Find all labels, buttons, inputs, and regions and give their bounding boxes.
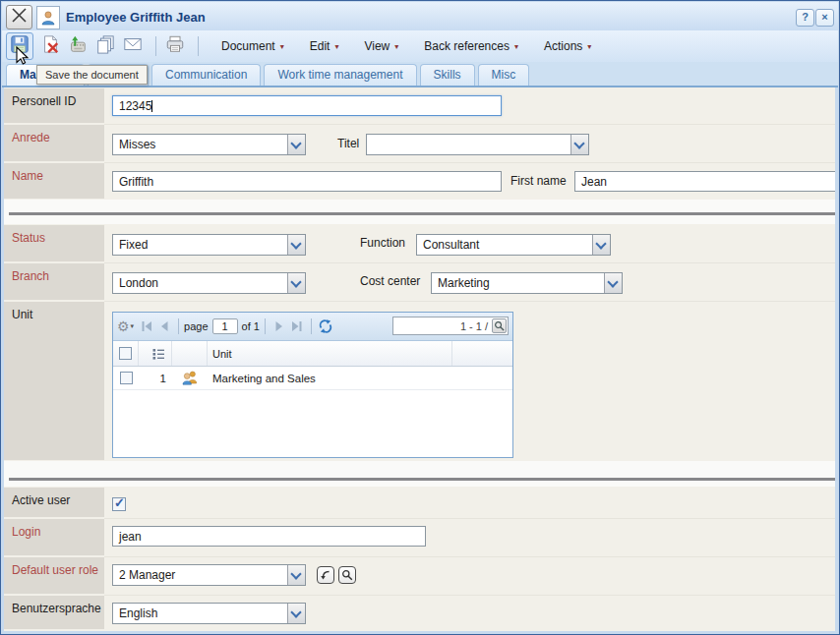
goto-icon xyxy=(320,569,331,581)
separator-line xyxy=(9,478,835,481)
function-value: Consultant xyxy=(423,238,590,252)
chevron-down-icon xyxy=(287,135,305,154)
default-user-role-select[interactable]: 2 Manager xyxy=(112,564,306,586)
first-name-input[interactable]: Jean xyxy=(574,171,835,192)
anrede-value: Misses xyxy=(119,138,285,151)
select-all-checkbox[interactable] xyxy=(119,347,132,360)
function-select[interactable]: Consultant xyxy=(416,234,611,256)
row-divider xyxy=(104,518,835,519)
first-page-button[interactable] xyxy=(138,318,155,335)
personell-id-input[interactable]: 12345 xyxy=(112,95,502,116)
separator-line xyxy=(9,212,835,215)
refresh-button[interactable] xyxy=(317,318,334,335)
status-select[interactable]: Fixed xyxy=(112,234,306,256)
first-name-value: Jean xyxy=(581,175,607,189)
print-button[interactable] xyxy=(163,34,187,58)
close-x-icon xyxy=(11,7,28,28)
chevron-down-icon xyxy=(604,273,622,293)
header-row-number-cell[interactable] xyxy=(139,341,172,366)
print-icon xyxy=(165,34,185,58)
cost-center-value: Marketing xyxy=(438,276,602,290)
mail-icon xyxy=(123,34,143,58)
help-button[interactable]: ? xyxy=(796,9,814,27)
page-label: page xyxy=(184,320,208,332)
benutzersprache-select[interactable]: English xyxy=(112,603,306,624)
row-divider xyxy=(104,595,835,596)
unit-grid-header: Unit xyxy=(113,341,512,367)
grid-search-button[interactable] xyxy=(492,318,507,333)
close-button[interactable]: × xyxy=(815,9,834,27)
goto-role-button[interactable] xyxy=(317,566,334,584)
row-unit-cell: Marketing and Sales xyxy=(208,367,452,389)
grid-search-input[interactable]: 1 - 1 / xyxy=(392,317,509,335)
delete-document-button[interactable] xyxy=(38,34,62,58)
row-divider xyxy=(104,162,835,163)
grid-settings-button[interactable]: ⚙▾ xyxy=(117,319,134,333)
page-of-label: of 1 xyxy=(242,320,260,332)
cost-center-select[interactable]: Marketing xyxy=(431,272,623,294)
login-input[interactable]: jean xyxy=(112,526,426,547)
toolbar: Document Edit View Back references Actio… xyxy=(2,30,838,62)
row-select-cell xyxy=(113,367,139,389)
row-divider xyxy=(104,262,835,263)
tab-misc[interactable]: Misc xyxy=(478,64,530,86)
login-label: Login xyxy=(4,519,104,555)
search-icon xyxy=(341,569,353,581)
next-page-button[interactable] xyxy=(270,318,288,335)
menu-actions[interactable]: Actions xyxy=(544,39,591,53)
pager-separator xyxy=(311,318,312,334)
menu-document[interactable]: Document xyxy=(221,39,284,53)
pager-separator xyxy=(265,318,266,334)
header-unit-cell[interactable]: Unit xyxy=(208,341,452,366)
chevron-down-icon xyxy=(592,235,610,255)
titel-select[interactable] xyxy=(366,134,589,155)
active-user-checkbox[interactable] xyxy=(112,497,126,511)
copy-button[interactable] xyxy=(93,34,117,58)
row-number-column-icon xyxy=(151,347,165,361)
login-value: jean xyxy=(119,530,142,544)
header-icon-cell xyxy=(172,341,208,366)
tab-skills[interactable]: Skills xyxy=(420,64,475,86)
mail-button[interactable] xyxy=(121,34,145,58)
menu-back-references[interactable]: Back references xyxy=(424,39,518,53)
unit-grid-row[interactable]: 1 Marketing and Sales xyxy=(113,367,512,390)
close-window-button[interactable] xyxy=(6,5,32,29)
row-divider xyxy=(104,556,835,557)
mouse-cursor xyxy=(16,46,30,70)
application-window: Employee Griffith Jean ? × xyxy=(0,0,840,635)
chevron-down-icon xyxy=(287,565,305,585)
page-number-input[interactable]: 1 xyxy=(212,318,238,334)
branch-select[interactable]: London xyxy=(112,272,306,294)
records-count: 1 - 1 / xyxy=(460,320,488,332)
titel-label: Titel xyxy=(337,137,359,150)
save-tooltip: Save the document xyxy=(36,65,148,85)
row-checkbox[interactable] xyxy=(120,372,133,384)
title-bar: Employee Griffith Jean ? × xyxy=(2,2,838,31)
checkin-button[interactable] xyxy=(66,34,90,58)
chevron-down-icon xyxy=(287,273,305,293)
header-select-all-cell xyxy=(113,341,139,366)
tab-communication[interactable]: Communication xyxy=(151,64,261,86)
previous-page-button[interactable] xyxy=(155,318,173,335)
chevron-down-icon xyxy=(287,235,305,255)
unit-label: Unit xyxy=(4,302,104,460)
menu-edit[interactable]: Edit xyxy=(310,39,339,53)
tab-work-time-management[interactable]: Work time management xyxy=(264,64,416,86)
section-separator xyxy=(4,200,835,224)
text-cursor xyxy=(151,100,152,112)
pager-separator xyxy=(178,318,179,334)
copy-icon xyxy=(95,34,115,58)
cost-center-label: Cost center xyxy=(360,274,420,288)
search-role-button[interactable] xyxy=(338,566,356,584)
name-input[interactable]: Griffith xyxy=(112,171,502,192)
menu-view[interactable]: View xyxy=(364,39,398,53)
last-page-button[interactable] xyxy=(288,318,306,335)
chevron-down-icon xyxy=(570,135,588,154)
function-label: Function xyxy=(360,236,405,250)
name-label: Name xyxy=(4,163,104,199)
benutzersprache-value: English xyxy=(119,606,285,620)
chevron-down-icon xyxy=(287,604,305,623)
row-divider xyxy=(104,301,835,302)
anrede-select[interactable]: Misses xyxy=(112,134,306,155)
window-title: Employee Griffith Jean xyxy=(66,10,206,25)
